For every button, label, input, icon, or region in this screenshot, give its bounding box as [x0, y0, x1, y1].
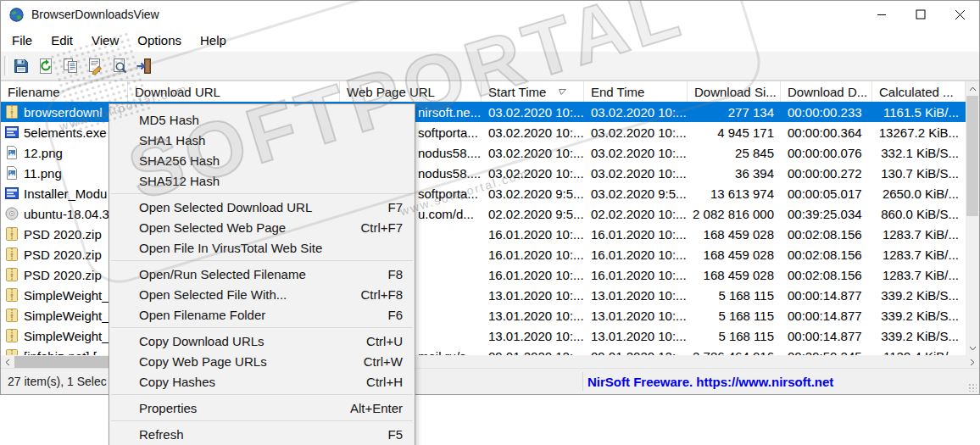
menu-item-shortcut: Alt+Enter [333, 401, 403, 415]
menu-item-shortcut: Ctrl+W [347, 354, 403, 369]
menu-item-shortcut: Ctrl+H [349, 375, 403, 389]
menu-edit[interactable]: Edit [42, 30, 82, 51]
copy-icon[interactable] [60, 56, 81, 76]
scroll-left-icon[interactable] [1, 355, 14, 369]
find-icon[interactable] [109, 56, 130, 76]
menu-item-label: Open Selected Web Page [139, 220, 286, 235]
cell-speed: 860.0 KiB/S... [872, 203, 966, 224]
cell-duration: 00:00:00.364 [781, 122, 872, 142]
context-menu-item-copy-web-page-urls[interactable]: Copy Web Page URLsCtrl+W [109, 351, 415, 371]
column-header-download-d[interactable]: Download D... [781, 81, 872, 102]
context-menu-item-open-selected-web-page[interactable]: Open Selected Web PageCtrl+F7 [109, 217, 415, 237]
cell-start-time: 13.01.2020 10:... [482, 305, 584, 325]
column-header-end-time[interactable]: End Time [584, 81, 688, 102]
cell-end-time: 13.01.2020 10:... [584, 305, 688, 325]
cell-size: 5 168 115 [688, 325, 781, 346]
cell-speed: 1283.7 KiB/... [872, 264, 966, 285]
zip-file-icon [5, 329, 19, 342]
column-header-web-page-url[interactable]: Web Page URL [340, 81, 482, 102]
cell-end-time: 03.02.2020 10:... [584, 122, 688, 142]
menu-item-shortcut: Ctrl+U [349, 334, 403, 348]
cell-speed: 13267.2 KiB... [872, 122, 966, 142]
context-menu-item-open-selected-file-with[interactable]: Open Selected File With...Ctrl+F8 [109, 284, 415, 304]
filename-label: 5elements.exe [24, 125, 107, 140]
vertical-scroll-thumb[interactable] [966, 96, 978, 216]
menu-item-shortcut: F8 [370, 267, 403, 281]
column-header-filename[interactable]: Filename [1, 81, 128, 102]
close-button[interactable] [940, 1, 979, 28]
column-header-label: Web Page URL [347, 85, 435, 99]
cell-duration: 00:00:00.076 [781, 142, 872, 163]
column-header-label: Download Si... [694, 85, 777, 99]
context-menu-item-properties[interactable]: PropertiesAlt+Enter [109, 398, 415, 418]
context-menu-item-sha1-hash[interactable]: SHA1 Hash [109, 130, 415, 150]
menu-options[interactable]: Options [128, 30, 191, 51]
filename-label: SimpleWeight_ [24, 309, 109, 323]
cell-start-time: 03.02.2020 10:... [482, 122, 584, 142]
cell-duration: 00:00:14.877 [781, 325, 872, 346]
exit-icon[interactable] [134, 56, 154, 76]
cell-duration: 00:29:50.245 [781, 346, 872, 355]
menu-item-label: Open Selected File With... [139, 287, 287, 302]
cell-size: 4 945 171 [688, 122, 781, 142]
cell-end-time: 13.01.2020 10:... [584, 285, 688, 305]
context-menu-item-open-run-selected-filename[interactable]: Open/Run Selected FilenameF8 [109, 264, 415, 284]
context-menu-item-open-filename-folder[interactable]: Open Filename FolderF6 [109, 304, 415, 325]
context-menu-item-open-selected-download-url[interactable]: Open Selected Download URLF7 [109, 197, 415, 217]
cell-size: 13 613 974 [688, 183, 781, 203]
minimize-button[interactable] [862, 1, 901, 28]
filename-label: SimpleWeight_ [24, 288, 109, 303]
app-globe-icon [9, 8, 24, 22]
column-header-label: Start Time [488, 85, 546, 99]
scroll-up-icon[interactable] [966, 81, 979, 96]
cell-start-time: 03.02.2020 10:... [482, 142, 584, 163]
properties-icon[interactable] [85, 56, 105, 76]
cell-end-time: 09.01.2020 12:... [584, 346, 688, 355]
context-menu-item-copy-download-urls[interactable]: Copy Download URLsCtrl+U [109, 331, 415, 351]
cell-size: 168 459 028 [688, 244, 781, 264]
context-menu-item-open-file-in-virustotal-web-site[interactable]: Open File In VirusTotal Web Site [109, 237, 415, 258]
status-item-count: 27 item(s), 1 Selec [1, 375, 107, 388]
zip-file-icon [5, 349, 19, 355]
refresh-icon[interactable] [36, 56, 56, 76]
column-header-label: Download URL [135, 85, 220, 99]
cell-duration: 00:00:00.233 [781, 102, 872, 122]
menu-view[interactable]: View [82, 30, 128, 51]
cell-speed: 1161.5 KiB/... [872, 102, 966, 122]
scroll-right-icon[interactable] [966, 355, 979, 369]
menu-help[interactable]: Help [191, 30, 236, 51]
cell-duration: 00:00:14.877 [781, 285, 872, 305]
nirsoft-freeware-link[interactable]: NirSoft Freeware. https://www.nirsoft.ne… [587, 369, 833, 394]
zip-file-icon [5, 248, 19, 261]
column-header-download-url[interactable]: Download URL [128, 81, 340, 102]
context-menu-item-sha256-hash[interactable]: SHA256 Hash [109, 150, 415, 170]
menu-file[interactable]: File [3, 30, 42, 51]
filename-label: PSD 2020.zip [24, 248, 102, 262]
zip-file-icon [5, 309, 19, 322]
context-menu-item-refresh[interactable]: RefreshF5 [109, 424, 415, 444]
cell-duration: 00:02:08.156 [781, 224, 872, 244]
column-header-start-time[interactable]: Start Time [482, 81, 584, 102]
menu-item-label: Copy Download URLs [139, 334, 264, 348]
column-header-calculated[interactable]: Calculated ... [872, 81, 966, 102]
cell-size: 5 168 115 [688, 285, 781, 305]
save-icon[interactable] [11, 56, 31, 76]
context-menu-item-copy-hashes[interactable]: Copy HashesCtrl+H [109, 371, 415, 392]
context-menu-item-md5-hash[interactable]: MD5 Hash [109, 109, 415, 130]
status-pane-divider [582, 372, 583, 391]
menu-separator [111, 327, 413, 328]
context-menu-item-sha512-hash[interactable]: SHA512 Hash [109, 170, 415, 191]
scroll-down-icon[interactable] [966, 341, 979, 355]
column-header-download-si[interactable]: Download Si... [688, 81, 781, 102]
menu-item-label: Properties [139, 401, 197, 415]
cell-size: 36 394 [688, 163, 781, 183]
cell-start-time: 02.02.2020 9:5... [482, 203, 584, 224]
menu-item-label: SHA512 Hash [139, 174, 220, 188]
zip-file-icon [5, 288, 19, 302]
cell-size: 5 168 115 [688, 305, 781, 325]
maximize-button[interactable] [901, 1, 940, 28]
vertical-scrollbar[interactable] [966, 81, 979, 355]
resize-grip[interactable] [968, 383, 977, 392]
cell-end-time: 03.02.2020 10:... [584, 142, 688, 163]
menu-item-label: Copy Hashes [139, 375, 215, 389]
